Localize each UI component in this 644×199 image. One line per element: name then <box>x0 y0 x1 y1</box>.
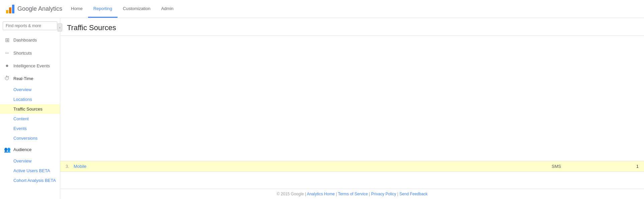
sidebar-item-dashboards-label: Dashboards <box>13 38 37 43</box>
realtime-icon: ⏱ <box>4 75 10 81</box>
sidebar-sub-audience-cohort[interactable]: Cohort Analysis BETA <box>0 176 60 185</box>
logo-text: Google Analytics <box>17 5 62 12</box>
content-area: Traffic Sources 3. Mobile SMS 1 © 2015 G… <box>60 18 644 199</box>
sidebar-item-shortcuts-label: Shortcuts <box>13 51 32 56</box>
sidebar-sub-audience-overview[interactable]: Overview <box>0 156 60 166</box>
footer-link-tos[interactable]: Terms of Service <box>338 192 368 196</box>
footer-link-feedback[interactable]: Send Feedback <box>399 192 427 196</box>
row-col-mobile[interactable]: Mobile <box>74 164 552 169</box>
row-number: 3. <box>66 164 74 169</box>
logo-area: Google Analytics <box>5 4 66 14</box>
sidebar-sub-audience-activeusers[interactable]: Active Users BETA <box>0 166 60 176</box>
sidebar-sub-realtime-locations[interactable]: Locations <box>0 94 60 104</box>
content-body: 3. Mobile SMS 1 <box>60 36 644 189</box>
footer-copyright: © 2015 Google | <box>277 192 307 196</box>
main-layout: ‹ ⊞ Dashboards ↔ Shortcuts ● Intelligenc… <box>0 18 644 199</box>
svg-rect-1 <box>9 7 11 13</box>
search-input[interactable] <box>3 21 57 30</box>
sidebar: ⊞ Dashboards ↔ Shortcuts ● Intelligence … <box>0 18 60 199</box>
sidebar-section-audience[interactable]: 👥 Audience <box>0 143 60 156</box>
nav-admin[interactable]: Admin <box>156 0 179 18</box>
sidebar-sub-realtime-content[interactable]: Content <box>0 114 60 124</box>
table-row: 3. Mobile SMS 1 <box>60 161 644 172</box>
data-table-area: 3. Mobile SMS 1 <box>60 161 644 172</box>
sidebar-section-audience-label: Audience <box>13 147 31 152</box>
footer-link-privacy[interactable]: Privacy Policy <box>371 192 396 196</box>
sidebar-item-shortcuts[interactable]: ↔ Shortcuts <box>0 47 60 59</box>
content-header: Traffic Sources <box>60 18 644 36</box>
row-col-value: 1 <box>619 164 639 169</box>
nav-home[interactable]: Home <box>66 0 88 18</box>
audience-icon: 👥 <box>4 146 10 153</box>
shortcuts-icon: ↔ <box>4 50 10 56</box>
sidebar-sub-realtime-overview[interactable]: Overview <box>0 85 60 94</box>
sidebar-sub-realtime-conversions[interactable]: Conversions <box>0 133 60 143</box>
top-nav: Home Reporting Customization Admin <box>66 0 179 18</box>
svg-rect-2 <box>12 5 14 13</box>
sidebar-item-intelligence-label: Intelligence Events <box>13 63 50 68</box>
intelligence-icon: ● <box>4 63 10 69</box>
svg-rect-0 <box>6 10 8 13</box>
nav-reporting[interactable]: Reporting <box>88 0 117 18</box>
sidebar-section-realtime-label: Real-Time <box>13 76 33 81</box>
sidebar-toggle[interactable]: ‹ <box>58 23 62 31</box>
footer-link-analytics-home[interactable]: Analytics Home <box>307 192 335 196</box>
sidebar-sub-realtime-events[interactable]: Events <box>0 124 60 133</box>
sidebar-section-realtime[interactable]: ⏱ Real-Time <box>0 72 60 85</box>
sidebar-sub-realtime-trafficsources[interactable]: Traffic Sources <box>0 104 60 114</box>
sidebar-item-dashboards[interactable]: ⊞ Dashboards <box>0 34 60 47</box>
footer: © 2015 Google | Analytics Home | Terms o… <box>60 189 644 199</box>
sidebar-item-intelligence[interactable]: ● Intelligence Events <box>0 59 60 72</box>
page-title: Traffic Sources <box>67 23 637 32</box>
row-col-sms: SMS <box>552 164 619 169</box>
nav-customization[interactable]: Customization <box>117 0 156 18</box>
top-bar: Google Analytics Home Reporting Customiz… <box>0 0 644 18</box>
dashboards-icon: ⊞ <box>4 37 10 43</box>
logo-icon <box>5 4 15 14</box>
